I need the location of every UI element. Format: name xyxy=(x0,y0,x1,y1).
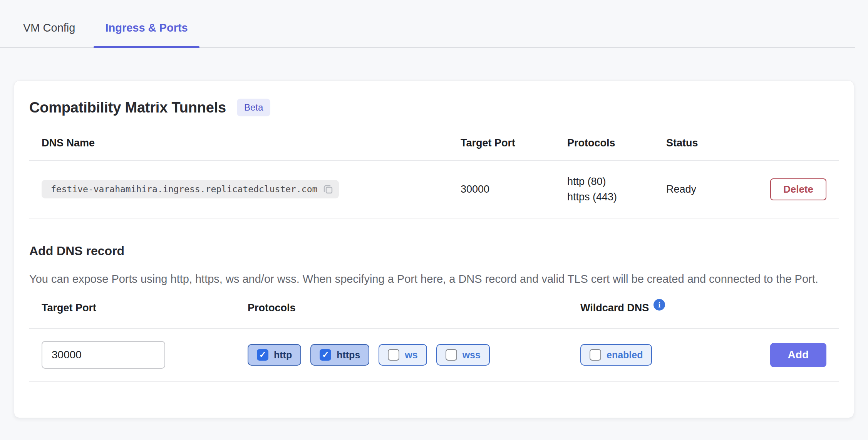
wildcard-enabled-checkbox[interactable]: enabled xyxy=(580,344,652,366)
wildcard-dns-cell: enabled xyxy=(580,344,769,366)
tunnels-card: Compatibility Matrix Tunnels Beta DNS Na… xyxy=(14,81,854,418)
wildcard-enabled-label: enabled xyxy=(607,349,643,361)
info-icon[interactable]: i xyxy=(654,299,665,311)
form-controls-row: http https ws wss enabled xyxy=(29,329,839,369)
protocol-checkbox-ws-label: ws xyxy=(405,349,417,361)
form-labels-row: Target Port Protocols Wildcard DNS i xyxy=(29,302,839,314)
protocols-cell: http (80) https (443) xyxy=(567,175,666,203)
protocol-checkbox-wss-label: wss xyxy=(462,349,481,361)
add-button[interactable]: Add xyxy=(770,343,826,367)
page-title: Compatibility Matrix Tunnels xyxy=(29,99,226,116)
tab-ingress-ports[interactable]: Ingress & Ports xyxy=(94,22,199,47)
protocols-label: Protocols xyxy=(248,302,580,314)
table-header-row: DNS Name Target Port Protocols Status xyxy=(29,127,839,160)
column-header-status: Status xyxy=(666,137,765,149)
protocol-https: https (443) xyxy=(567,191,666,203)
target-port-label: Target Port xyxy=(42,302,248,314)
protocol-checkbox-wss[interactable]: wss xyxy=(436,344,490,366)
tunnels-table: DNS Name Target Port Protocols Status fe… xyxy=(29,127,839,218)
dns-name-value: festive-varahamihira.ingress.replicatedc… xyxy=(51,184,317,194)
dns-name-pill: festive-varahamihira.ingress.replicatedc… xyxy=(42,180,339,198)
protocol-checkbox-group: http https ws wss xyxy=(248,344,580,366)
target-port-field-cell xyxy=(42,341,248,369)
checkbox-icon xyxy=(257,349,268,361)
protocol-checkbox-https[interactable]: https xyxy=(310,344,369,366)
checkbox-icon xyxy=(320,349,331,361)
card-bottom-divider xyxy=(29,381,839,382)
add-dns-record-heading: Add DNS record xyxy=(29,244,839,258)
column-header-target-port: Target Port xyxy=(461,137,567,149)
tab-vm-config-label: VM Config xyxy=(23,22,75,34)
row-actions-cell: Delete xyxy=(770,178,826,200)
checkbox-icon xyxy=(590,349,601,361)
delete-button[interactable]: Delete xyxy=(770,178,826,200)
table-row-divider xyxy=(29,218,839,218)
column-header-dns-name: DNS Name xyxy=(42,137,461,149)
protocol-checkbox-http-label: http xyxy=(274,349,292,361)
protocol-checkbox-https-label: https xyxy=(337,349,360,361)
card-title-row: Compatibility Matrix Tunnels Beta xyxy=(29,99,839,116)
wildcard-dns-label: Wildcard DNS i xyxy=(580,302,769,314)
status-cell: Ready xyxy=(666,183,765,195)
wildcard-dns-label-text: Wildcard DNS xyxy=(580,302,649,314)
target-port-input[interactable] xyxy=(42,341,165,369)
checkbox-icon xyxy=(388,349,399,361)
add-button-cell: Add xyxy=(770,343,826,367)
tab-vm-config[interactable]: VM Config xyxy=(12,22,87,47)
tab-ingress-ports-label: Ingress & Ports xyxy=(105,22,188,34)
copy-icon[interactable] xyxy=(323,184,333,195)
protocol-checkbox-http[interactable]: http xyxy=(248,344,301,366)
table-row: festive-varahamihira.ingress.replicatedc… xyxy=(29,161,839,218)
protocol-checkbox-ws[interactable]: ws xyxy=(379,344,427,366)
protocol-http: http (80) xyxy=(567,175,666,188)
target-port-cell: 30000 xyxy=(461,183,567,195)
dns-name-cell: festive-varahamihira.ingress.replicatedc… xyxy=(42,180,461,198)
checkbox-icon xyxy=(446,349,457,361)
column-header-protocols: Protocols xyxy=(567,137,666,149)
beta-badge: Beta xyxy=(237,99,270,116)
tab-bar: VM Config Ingress & Ports xyxy=(0,0,855,48)
add-dns-record-section: Add DNS record You can expose Ports usin… xyxy=(29,244,839,382)
add-dns-record-description: You can expose Ports using http, https, … xyxy=(29,271,834,287)
